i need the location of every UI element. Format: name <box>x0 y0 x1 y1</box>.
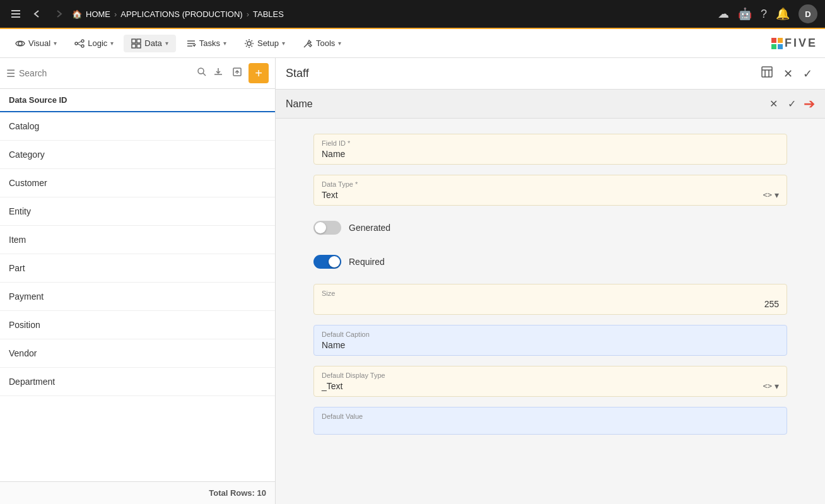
svg-point-4 <box>75 42 78 45</box>
default-value-group: Default Value <box>313 407 787 435</box>
generated-label: Generated <box>349 223 390 233</box>
search-input[interactable] <box>19 68 193 78</box>
robot-icon[interactable]: 🤖 <box>738 7 752 21</box>
generated-toggle-row: Generated <box>313 216 787 240</box>
five-logo-icon <box>771 37 783 50</box>
home-icon: 🏠 <box>72 9 82 19</box>
list-item[interactable]: Item <box>0 226 275 254</box>
generated-toggle[interactable] <box>313 221 341 235</box>
search-button[interactable] <box>197 67 207 79</box>
menu-icon[interactable] <box>8 6 24 22</box>
help-icon[interactable]: ? <box>761 8 767 21</box>
code-brackets-icon2: <> <box>763 382 772 390</box>
sub-title: Name <box>286 98 767 110</box>
cloud-icon[interactable]: ☁ <box>718 7 729 21</box>
content-header-actions: ✕ ✓ <box>758 63 815 84</box>
close-header-button[interactable]: ✕ <box>781 64 795 83</box>
svg-rect-12 <box>137 44 141 48</box>
list-item[interactable]: Vendor <box>0 339 275 368</box>
sub-header-actions: ✕ ✓ ➔ <box>767 95 815 112</box>
chevron-down-icon: ▾ <box>54 40 57 47</box>
chevron-down-icon: ▾ <box>338 40 341 47</box>
default-value-field[interactable]: Default Value <box>313 407 787 435</box>
default-caption-label: Default Caption <box>322 331 779 338</box>
download-button[interactable] <box>211 64 226 82</box>
logic-icon <box>74 38 85 49</box>
size-label: Size <box>322 290 779 297</box>
filter-icon[interactable]: ☰ <box>6 67 15 79</box>
top-navigation: 🏠 HOME › APPLICATIONS (PRODUCTION) › TAB… <box>0 0 825 29</box>
list-item[interactable]: Catalog <box>0 112 275 141</box>
display-type-icons: <> ▾ <box>763 381 779 391</box>
sidebar: ☰ + Data Source ID <box>0 58 276 504</box>
eye-icon <box>15 38 25 49</box>
list-item[interactable]: Department <box>0 368 275 396</box>
gear-icon <box>244 38 254 49</box>
nav-tools[interactable]: Tools ▾ <box>295 35 349 52</box>
data-type-group: Data Type * Text <> ▾ <box>313 175 787 206</box>
svg-line-8 <box>78 44 81 45</box>
required-toggle[interactable] <box>313 255 341 269</box>
field-id-field[interactable]: Field ID * Name <box>313 134 787 165</box>
five-logo: FIVE <box>771 37 817 50</box>
upload-button[interactable] <box>230 64 245 82</box>
list-item[interactable]: Position <box>0 311 275 339</box>
size-group: Size 255 <box>313 284 787 315</box>
required-label: Required <box>349 257 385 267</box>
svg-point-3 <box>18 42 22 45</box>
size-field[interactable]: Size 255 <box>313 284 787 315</box>
breadcrumb-home[interactable]: HOME <box>86 9 110 19</box>
list-item[interactable]: Payment <box>0 283 275 311</box>
sidebar-header: Data Source ID <box>0 89 275 112</box>
confirm-sub-button[interactable]: ✓ <box>785 95 799 112</box>
close-sub-button[interactable]: ✕ <box>767 95 780 112</box>
generated-toggle-track <box>313 221 341 235</box>
svg-rect-17 <box>771 38 776 43</box>
svg-rect-10 <box>137 39 141 43</box>
required-toggle-row: Required <box>313 250 787 274</box>
svg-line-22 <box>203 73 206 76</box>
list-item[interactable]: Customer <box>0 169 275 197</box>
svg-point-16 <box>247 42 251 45</box>
chevron-down-icon: ▾ <box>223 40 226 47</box>
default-display-type-field[interactable]: Default Display Type _Text <> ▾ <box>313 366 787 397</box>
sidebar-footer: Total Rows: 10 <box>0 481 275 504</box>
list-item[interactable]: Part <box>0 254 275 283</box>
size-value: 255 <box>322 299 779 309</box>
nav-tasks[interactable]: Tasks ▾ <box>178 35 234 52</box>
forward-icon[interactable] <box>50 6 67 22</box>
add-button[interactable]: + <box>249 63 269 83</box>
content-header: Staff ✕ ✓ <box>276 58 825 90</box>
chevron-down-icon: ▾ <box>110 40 114 47</box>
list-item[interactable]: Category <box>0 141 275 169</box>
svg-point-6 <box>81 45 84 47</box>
data-type-field[interactable]: Data Type * Text <> ▾ <box>313 175 787 206</box>
red-arrow-indicator: ➔ <box>804 96 815 112</box>
chevron-down-icon: ▾ <box>282 40 285 47</box>
dropdown-chevron-icon[interactable]: ▾ <box>775 190 779 200</box>
svg-rect-19 <box>771 44 776 49</box>
user-avatar[interactable]: D <box>799 4 817 23</box>
main-content: Staff ✕ ✓ Name ✕ ✓ ➔ <box>276 58 825 504</box>
table-view-button[interactable] <box>758 63 776 84</box>
breadcrumb-apps[interactable]: APPLICATIONS (PRODUCTION) <box>120 9 242 19</box>
required-toggle-track <box>313 255 341 269</box>
breadcrumb-tables[interactable]: TABLES <box>253 9 284 19</box>
nav-logic[interactable]: Logic ▾ <box>67 35 121 52</box>
field-id-label: Field ID * <box>322 139 779 147</box>
five-text: FIVE <box>785 37 817 50</box>
svg-line-7 <box>78 41 81 43</box>
dropdown-chevron-icon2[interactable]: ▾ <box>775 381 779 391</box>
content-title: Staff <box>286 67 758 80</box>
nav-setup[interactable]: Setup ▾ <box>237 35 293 52</box>
sidebar-toolbar: ☰ + <box>0 58 275 89</box>
default-caption-field[interactable]: Default Caption Name <box>313 325 787 356</box>
default-display-type-label: Default Display Type <box>322 372 385 379</box>
back-icon[interactable] <box>29 6 45 22</box>
confirm-header-button[interactable]: ✓ <box>800 64 815 83</box>
list-item[interactable]: Entity <box>0 197 275 226</box>
svg-rect-20 <box>778 44 783 49</box>
notification-icon[interactable]: 🔔 <box>776 7 790 21</box>
nav-data[interactable]: Data ▾ <box>124 35 175 52</box>
nav-visual[interactable]: Visual ▾ <box>8 35 64 52</box>
